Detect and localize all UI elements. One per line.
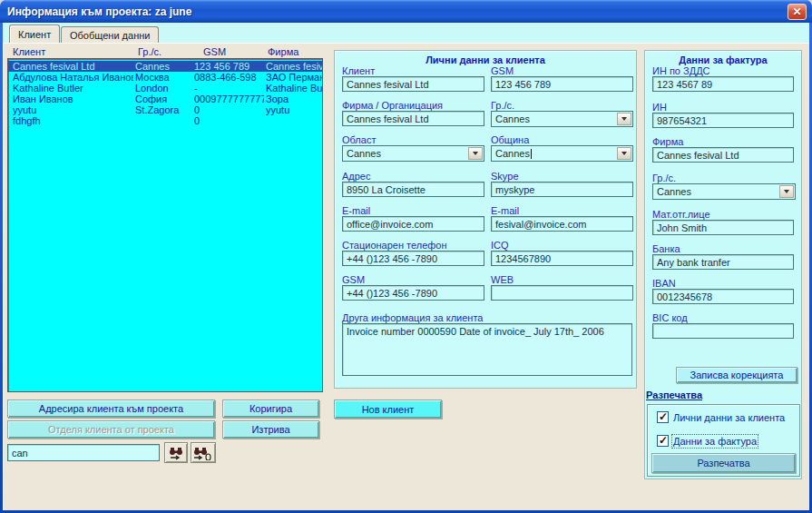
accountable-input[interactable] bbox=[652, 220, 794, 235]
municipality-label: Община bbox=[491, 134, 529, 145]
personal-data-panel: Лични данни за клиента Клиент GSM Фирма … bbox=[334, 50, 637, 389]
list-header-gsm: GSM bbox=[203, 46, 226, 57]
binoculars-arrow-icon bbox=[169, 446, 183, 460]
city-combo[interactable]: Cannes bbox=[491, 111, 633, 127]
invoice-company-label: Фирма bbox=[652, 136, 683, 147]
address-input[interactable] bbox=[342, 182, 484, 197]
assign-client-button[interactable]: Адресира клиента към проекта bbox=[7, 400, 215, 418]
vat-id-label: ИН по ЗДДС bbox=[652, 65, 710, 76]
bank-label: Банка bbox=[652, 243, 680, 254]
web-label: WEB bbox=[491, 274, 514, 285]
address-label: Адрес bbox=[342, 171, 371, 182]
email1-input[interactable] bbox=[342, 216, 484, 232]
bic-label: BIC код bbox=[652, 312, 688, 323]
list-header-city: Гр./с. bbox=[138, 46, 161, 57]
company-input[interactable] bbox=[342, 111, 484, 126]
chevron-down-icon[interactable] bbox=[617, 147, 631, 160]
email2-input[interactable] bbox=[491, 216, 633, 232]
new-client-button[interactable]: Нов клиент bbox=[334, 400, 442, 419]
edit-client-button[interactable]: Коригира bbox=[222, 400, 319, 418]
tab-summary[interactable]: Обобщени данни bbox=[61, 26, 159, 43]
print-invoice-checkbox[interactable]: Данни за фактура bbox=[657, 435, 757, 447]
phone-label: Стационарен телефон bbox=[342, 240, 447, 251]
personal-panel-title: Лични данни за клиента bbox=[335, 54, 636, 65]
binoculars-arrow-parens-icon bbox=[193, 446, 213, 460]
delete-client-button[interactable]: Изтрива bbox=[222, 420, 319, 439]
email1-label: E-mail bbox=[342, 205, 370, 216]
app-window: Информация към проекта: za june ✕ Клиент… bbox=[0, 0, 812, 513]
close-button[interactable]: ✕ bbox=[788, 4, 807, 20]
save-correction-button[interactable]: Записва корекцията bbox=[676, 367, 797, 383]
find-in-scope-button[interactable] bbox=[191, 442, 216, 463]
municipality-combo[interactable]: Cannes bbox=[491, 145, 633, 162]
company-label: Фирма / Органицация bbox=[342, 100, 443, 111]
print-personal-checkbox[interactable]: Лични данни за клиента bbox=[657, 411, 785, 423]
region-combo[interactable]: Cannes bbox=[342, 145, 484, 162]
check-icon[interactable] bbox=[657, 411, 669, 423]
other-info-label: Друга информация за клиента bbox=[342, 312, 483, 323]
find-next-button[interactable] bbox=[164, 442, 188, 463]
other-info-textarea[interactable]: Invoice number 0000590 Date of invoice_ … bbox=[342, 323, 632, 376]
chevron-down-icon[interactable] bbox=[468, 147, 483, 160]
search-input[interactable] bbox=[7, 444, 160, 461]
list-item[interactable]: fdhgfh 0 bbox=[8, 115, 322, 126]
gsm-input[interactable] bbox=[491, 76, 633, 92]
client-list[interactable]: Cannes fesival Ltd Cannes 123 456 789 Ca… bbox=[7, 58, 323, 392]
list-header-company: Фирма bbox=[268, 46, 298, 57]
gsm-label: GSM bbox=[491, 65, 514, 76]
list-item[interactable]: Абдулова Наталья Ивановна Москва 0883-46… bbox=[8, 72, 322, 83]
city-label: Гр./с. bbox=[491, 100, 514, 111]
id-label: ИН bbox=[652, 102, 667, 113]
region-label: Област bbox=[342, 134, 376, 145]
invoice-city-combo[interactable]: Cannes bbox=[652, 183, 796, 200]
id-input[interactable] bbox=[652, 113, 794, 128]
list-item[interactable]: Cannes fesival Ltd Cannes 123 456 789 Ca… bbox=[8, 61, 322, 72]
invoice-city-label: Гр./с. bbox=[652, 173, 676, 183]
icq-input[interactable] bbox=[491, 251, 633, 266]
bic-input[interactable] bbox=[652, 323, 794, 339]
vat-id-input[interactable] bbox=[652, 76, 794, 92]
window-title: Информация към проекта: za june bbox=[0, 5, 191, 18]
gsm2-input[interactable] bbox=[342, 285, 484, 301]
invoice-panel-title: Данни за фактура bbox=[645, 54, 801, 65]
print-section-title: Разпечатва bbox=[646, 390, 702, 400]
skype-input[interactable] bbox=[491, 182, 633, 197]
gsm2-label: GSM bbox=[342, 274, 365, 285]
check-icon[interactable] bbox=[657, 435, 669, 447]
client-label: Клиент bbox=[342, 65, 375, 76]
web-input[interactable] bbox=[491, 285, 633, 301]
tab-bar: Клиент Обобщени данни bbox=[3, 23, 809, 43]
list-item[interactable]: Kathaline Butler London - Kathaline Butl… bbox=[8, 83, 322, 94]
list-item[interactable]: yyutu St.Zagora 0 yyutu bbox=[8, 104, 322, 115]
chevron-down-icon[interactable] bbox=[779, 185, 794, 198]
skype-label: Skype bbox=[491, 171, 519, 182]
text-caret bbox=[531, 149, 532, 159]
chevron-down-icon[interactable] bbox=[617, 113, 631, 125]
titlebar: Информация към проекта: za june ✕ bbox=[0, 0, 812, 23]
detach-client-button: Отделя клиента от проекта bbox=[7, 420, 215, 439]
iban-label: IBAN bbox=[652, 278, 676, 289]
icq-label: ICQ bbox=[491, 240, 509, 251]
phone-input[interactable] bbox=[342, 251, 484, 266]
bank-input[interactable] bbox=[652, 254, 794, 270]
client-input[interactable] bbox=[342, 76, 484, 92]
list-header-client: Клиент bbox=[13, 46, 45, 57]
invoice-data-panel: Данни за фактура ИН по ЗДДС ИН Фирма Гр.… bbox=[644, 50, 802, 479]
iban-input[interactable] bbox=[652, 289, 794, 304]
accountable-label: Мат.отг.лице bbox=[652, 209, 710, 220]
list-item[interactable]: Иван Иванов София 0009777777777 Зора bbox=[8, 94, 322, 104]
close-icon: ✕ bbox=[792, 6, 801, 17]
print-button[interactable]: Разпечатва bbox=[651, 453, 796, 473]
tab-client[interactable]: Клиент bbox=[9, 25, 60, 43]
email2-label: E-mail bbox=[491, 205, 519, 216]
print-options-box: Лични данни за клиента Данни за фактура … bbox=[647, 404, 800, 477]
invoice-company-input[interactable] bbox=[652, 147, 794, 163]
